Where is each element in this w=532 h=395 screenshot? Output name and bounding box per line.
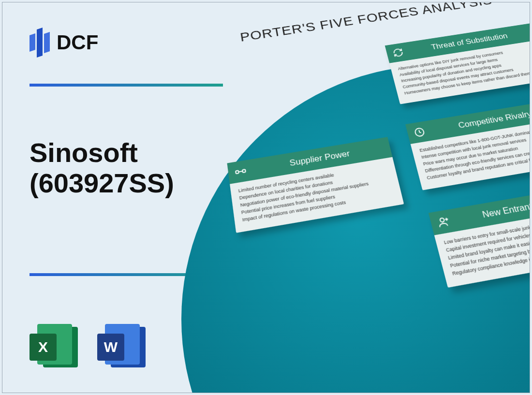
- card-competitive-rivalry: Competitive Rivalry Established competit…: [405, 100, 530, 190]
- title-line-2: (603927SS): [30, 168, 174, 199]
- card-new-entrants: New Entrants Threat Low barriers to entr…: [429, 185, 530, 287]
- card-threat-substitution: Threat of Substitution Alternative optio…: [385, 23, 530, 104]
- brand-logo: DCF: [30, 26, 98, 59]
- card-supplier-power: Supplier Power Limited number of recycli…: [227, 137, 404, 233]
- page-title: Sinosoft (603927SS): [30, 138, 174, 198]
- logo-bars-icon: [30, 26, 50, 59]
- divider-top: [30, 84, 223, 87]
- excel-badge: X: [30, 334, 57, 361]
- svg-point-3: [440, 218, 444, 222]
- title-line-1: Sinosoft: [30, 138, 174, 168]
- refresh-icon: [390, 46, 406, 59]
- excel-icon: X: [30, 324, 78, 370]
- user-plus-icon: [435, 214, 452, 230]
- forces-diagram: PORTER'S FIVE FORCES ANALYSIS Threat of …: [201, 36, 530, 375]
- word-badge: W: [97, 334, 124, 361]
- svg-rect-0: [236, 171, 239, 174]
- brand-name: DCF: [57, 31, 98, 54]
- file-type-icons: X W: [30, 324, 146, 370]
- link-icon: [233, 164, 248, 179]
- clock-icon: [412, 125, 428, 140]
- word-icon: W: [97, 324, 146, 370]
- svg-rect-1: [242, 169, 246, 173]
